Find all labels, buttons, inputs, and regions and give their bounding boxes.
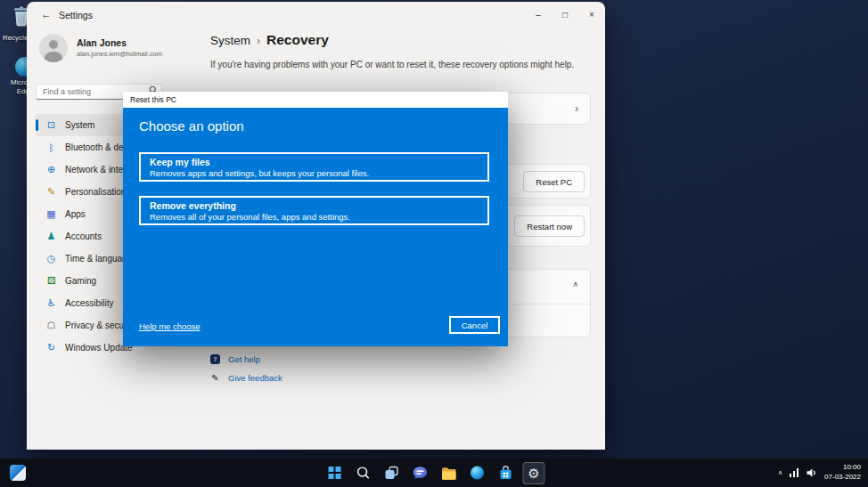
volume-icon[interactable] xyxy=(806,467,817,478)
taskbar-center: ⚙ xyxy=(323,459,545,487)
back-button[interactable]: ← xyxy=(37,8,55,23)
task-view-button[interactable] xyxy=(381,462,403,484)
windows-logo-icon xyxy=(328,467,340,479)
option-title: Remove everything xyxy=(150,200,479,211)
close-button[interactable]: × xyxy=(578,2,605,27)
option-title: Keep my files xyxy=(150,157,479,167)
page-description: If you're having problems with your PC o… xyxy=(210,60,591,69)
window-titlebar: ← Settings – □ × xyxy=(27,2,605,28)
privacy-icon: ☖ xyxy=(45,320,57,331)
option-description: Removes apps and settings, but keeps you… xyxy=(150,168,479,178)
accessibility-icon: ♿ xyxy=(45,297,57,309)
feedback-icon: ✎ xyxy=(210,373,220,383)
settings-app-button[interactable]: ⚙ xyxy=(523,462,545,484)
avatar xyxy=(39,34,68,62)
minimize-button[interactable]: – xyxy=(525,2,552,27)
sidebar-item-label: Accounts xyxy=(65,231,102,241)
chat-button[interactable] xyxy=(409,462,431,484)
tray-chevron-icon[interactable]: ∧ xyxy=(778,469,782,476)
dialog-title: Reset this PC xyxy=(123,92,508,108)
windows-update-icon: ↻ xyxy=(45,342,57,353)
window-title: Settings xyxy=(59,10,93,20)
search-icon xyxy=(355,465,371,481)
edge-icon xyxy=(469,465,485,481)
sidebar-item-label: Accessibility xyxy=(65,298,113,308)
sidebar-item-label: Apps xyxy=(65,209,86,219)
maximize-button[interactable]: □ xyxy=(552,2,578,27)
get-help-link[interactable]: ? Get help xyxy=(210,354,260,364)
reset-pc-dialog: Reset this PC Choose an option Keep my f… xyxy=(123,92,508,346)
option-keep-my-files[interactable]: Keep my files Removes apps and settings,… xyxy=(139,152,489,182)
clock-time: 10:00 xyxy=(824,463,861,473)
option-remove-everything[interactable]: Remove everything Removes all of your pe… xyxy=(139,196,489,225)
time-language-icon: ◷ xyxy=(45,253,57,264)
sidebar-item-label: Personalisation xyxy=(65,187,126,197)
user-profile[interactable]: Alan Jones alan.jones.wm@hotmail.com xyxy=(36,32,162,68)
cancel-button[interactable]: Cancel xyxy=(449,316,500,334)
system-tray: ∧ 10:00 07-03-2022 xyxy=(778,459,861,487)
restart-now-button[interactable]: Restart now xyxy=(514,215,585,237)
breadcrumb-separator: › xyxy=(257,35,260,47)
system-icon: ⊡ xyxy=(45,119,57,131)
chevron-up-icon: ∧ xyxy=(572,280,578,288)
page-title: Recovery xyxy=(266,32,329,48)
sidebar-item-label: Gaming xyxy=(65,276,96,286)
selected-indicator xyxy=(36,119,38,131)
file-explorer-icon xyxy=(440,466,456,481)
user-email: alan.jones.wm@hotmail.com xyxy=(77,50,162,58)
task-view-icon xyxy=(383,465,399,481)
taskbar: ⚙ ∧ 10:00 07-03-2022 xyxy=(0,459,868,487)
get-help-icon: ? xyxy=(210,354,220,364)
sidebar-item-label: Time & language xyxy=(65,254,132,264)
file-explorer-button[interactable] xyxy=(438,462,460,484)
breadcrumb-system[interactable]: System xyxy=(210,34,250,47)
sidebar-item-label: System xyxy=(65,120,94,130)
accounts-icon: ♟ xyxy=(45,231,57,242)
dialog-heading: Choose an option xyxy=(139,118,244,134)
edge-button[interactable] xyxy=(466,462,488,484)
gear-icon: ⚙ xyxy=(528,467,539,480)
breadcrumb: System › Recovery xyxy=(210,32,591,48)
taskbar-search-button[interactable] xyxy=(352,462,374,484)
start-button[interactable] xyxy=(323,462,346,484)
store-icon xyxy=(497,465,513,481)
apps-icon: ▦ xyxy=(45,208,57,220)
user-name: Alan Jones xyxy=(77,37,127,48)
store-button[interactable] xyxy=(495,462,517,484)
option-description: Removes all of your personal files, apps… xyxy=(150,212,479,222)
get-help-label: Get help xyxy=(228,354,260,364)
taskbar-clock[interactable]: 10:00 07-03-2022 xyxy=(824,463,861,483)
network-icon: ⊕ xyxy=(45,164,57,175)
gaming-icon: ⚄ xyxy=(45,275,57,287)
window-controls: – □ × xyxy=(525,2,605,27)
help-me-choose-link[interactable]: Help me choose xyxy=(139,321,201,331)
personalisation-icon: ✎ xyxy=(45,186,57,198)
give-feedback-label: Give feedback xyxy=(228,373,283,383)
dialog-body: Choose an option Keep my files Removes a… xyxy=(123,108,508,346)
main-content-header: System › Recovery If you're having probl… xyxy=(210,32,591,69)
give-feedback-link[interactable]: ✎ Give feedback xyxy=(210,373,283,383)
bluetooth-icon: ᛒ xyxy=(45,142,57,153)
network-icon[interactable] xyxy=(790,468,798,477)
chevron-right-icon: › xyxy=(575,102,578,115)
chat-icon xyxy=(412,466,428,481)
reset-pc-button[interactable]: Reset PC xyxy=(523,171,585,192)
clock-date: 07-03-2022 xyxy=(824,473,861,483)
widgets-icon[interactable] xyxy=(10,465,26,481)
